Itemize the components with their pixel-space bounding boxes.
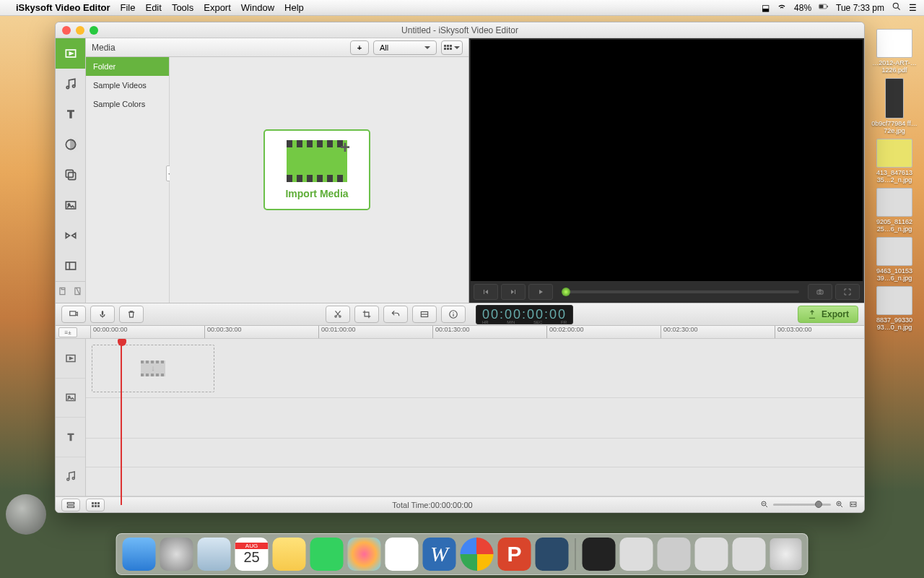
- new-folder-icon[interactable]: [58, 286, 68, 299]
- sidebar-item-folder[interactable]: Folder: [86, 57, 169, 76]
- dock-video-editor[interactable]: [536, 538, 569, 571]
- track-lanes[interactable]: ↓: [86, 339, 864, 496]
- dropbox-icon[interactable]: ⬓: [762, 3, 770, 13]
- battery-percent: 48%: [794, 3, 811, 13]
- plus-icon: +: [340, 137, 350, 158]
- preview-panel: [468, 38, 864, 303]
- timeline-view-b[interactable]: [86, 499, 105, 512]
- nav-elements[interactable]: [56, 190, 85, 220]
- nav-filters[interactable]: [56, 129, 85, 160]
- media-bin[interactable]: + Import Media: [170, 57, 468, 303]
- menu-export[interactable]: Export: [204, 2, 231, 13]
- view-mode-button[interactable]: [441, 40, 463, 55]
- dock-minimized-window[interactable]: [733, 538, 766, 571]
- video-track-icon[interactable]: [56, 339, 85, 379]
- zoom-in-icon[interactable]: [835, 500, 844, 510]
- window-close-button[interactable]: [62, 26, 71, 35]
- dock-messages[interactable]: [310, 538, 344, 571]
- window-titlebar[interactable]: Untitled - iSkysoft Video Editor: [56, 22, 864, 38]
- dock-app-grid[interactable]: [385, 538, 419, 571]
- menubar-clock[interactable]: Tue 7:33 pm: [836, 3, 884, 13]
- nav-overlays[interactable]: [56, 160, 85, 190]
- nav-media[interactable]: [56, 38, 85, 69]
- desktop-file[interactable]: 9463_10153 39…6_n.jpg: [869, 237, 920, 282]
- nav-split[interactable]: [56, 251, 85, 281]
- dock-calendar[interactable]: AUG 25: [235, 538, 269, 571]
- wifi-icon[interactable]: [777, 1, 787, 14]
- desktop-file[interactable]: 9205_81162 25…6_n.jpg: [869, 188, 920, 233]
- dock-mail[interactable]: [198, 538, 231, 571]
- media-sidebar: Folder Sample Videos Sample Colors ◀: [86, 57, 170, 303]
- menu-tools[interactable]: Tools: [172, 2, 193, 13]
- timeline-ruler[interactable]: ≡± 00:00:00:0000:00:30:0000:01:00:0000:0…: [56, 326, 864, 339]
- text-lane[interactable]: [86, 439, 864, 467]
- record-screen-button[interactable]: [61, 306, 86, 323]
- info-button[interactable]: [441, 306, 466, 323]
- desktop-file[interactable]: 0b9cf77984 ff…72e.jpg: [869, 78, 920, 134]
- window-minimize-button[interactable]: [76, 26, 84, 35]
- crop-button[interactable]: [354, 306, 379, 323]
- image-lane[interactable]: [86, 398, 864, 439]
- export-button[interactable]: Export: [798, 306, 858, 323]
- desktop-file[interactable]: …2012-ART-…1226.pdf: [869, 29, 920, 74]
- playhead[interactable]: [121, 339, 122, 505]
- delete-button[interactable]: [119, 306, 144, 323]
- notification-center-icon[interactable]: ☰: [909, 3, 917, 13]
- delete-folder-icon[interactable]: [73, 286, 83, 299]
- preview-viewport[interactable]: [471, 40, 863, 281]
- dock-word[interactable]: W: [423, 538, 456, 571]
- ruler-options-button[interactable]: ≡±: [58, 327, 77, 337]
- dock-photos[interactable]: [348, 538, 381, 571]
- text-track-icon[interactable]: [56, 418, 85, 457]
- nav-music[interactable]: [56, 69, 85, 99]
- menu-file[interactable]: File: [121, 2, 136, 13]
- sidebar-item-sample-colors[interactable]: Sample Colors: [86, 95, 169, 113]
- import-media-tile[interactable]: + Import Media: [263, 129, 370, 210]
- sidebar-item-sample-videos[interactable]: Sample Videos: [86, 76, 169, 95]
- undo-button[interactable]: [383, 306, 408, 323]
- menu-help[interactable]: Help: [284, 2, 304, 13]
- cut-button[interactable]: [326, 306, 350, 323]
- audio-track-icon[interactable]: [56, 457, 85, 497]
- dock-finder[interactable]: [123, 538, 156, 571]
- spotlight-icon[interactable]: [892, 1, 902, 14]
- dock-minimized-window[interactable]: [658, 538, 691, 571]
- total-time-label: Total Time:: [392, 501, 430, 509]
- preview-scrubber[interactable]: [562, 290, 799, 293]
- dock-minimized-window[interactable]: [583, 538, 616, 571]
- battery-icon[interactable]: [819, 1, 829, 14]
- menu-edit[interactable]: Edit: [145, 2, 161, 13]
- dock-trash[interactable]: [770, 538, 802, 570]
- timeline-view-a[interactable]: [61, 499, 80, 512]
- redo-ratio-button[interactable]: [412, 306, 437, 323]
- snapshot-button[interactable]: [808, 284, 832, 300]
- window-zoom-button[interactable]: [90, 26, 98, 35]
- zoom-out-icon[interactable]: [760, 500, 769, 510]
- dock-chrome[interactable]: [461, 538, 494, 571]
- zoom-fit-icon[interactable]: [848, 500, 858, 510]
- record-voiceover-button[interactable]: [90, 306, 115, 323]
- play-button[interactable]: [528, 284, 553, 300]
- dock-minimized-window[interactable]: [695, 538, 728, 571]
- dock-minimized-window[interactable]: [620, 538, 653, 571]
- zoom-slider[interactable]: [773, 504, 831, 506]
- audio-lane[interactable]: [86, 467, 864, 496]
- video-lane[interactable]: ↓: [86, 339, 864, 398]
- menu-window[interactable]: Window: [241, 2, 274, 13]
- nav-transitions[interactable]: [56, 220, 85, 251]
- dock-launchpad[interactable]: [160, 538, 193, 571]
- app-name[interactable]: iSkysoft Video Editor: [16, 2, 110, 13]
- dock-p-app[interactable]: P: [498, 538, 531, 571]
- dock-notes[interactable]: [273, 538, 306, 571]
- desktop-file[interactable]: 8837_99330 93…0_n.jpg: [869, 286, 920, 331]
- prev-frame-button[interactable]: [474, 284, 498, 300]
- svg-point-5: [66, 86, 69, 88]
- fullscreen-button[interactable]: [835, 284, 860, 300]
- media-filter-select[interactable]: All: [373, 40, 437, 55]
- macos-menubar: iSkysoft Video Editor File Edit Tools Ex…: [0, 0, 924, 16]
- add-media-button[interactable]: +: [350, 40, 369, 55]
- nav-text[interactable]: [56, 99, 85, 129]
- desktop-file[interactable]: 413_847613 35…2_n.jpg: [869, 139, 920, 184]
- image-track-icon[interactable]: [56, 379, 85, 418]
- next-frame-button[interactable]: [501, 284, 526, 300]
